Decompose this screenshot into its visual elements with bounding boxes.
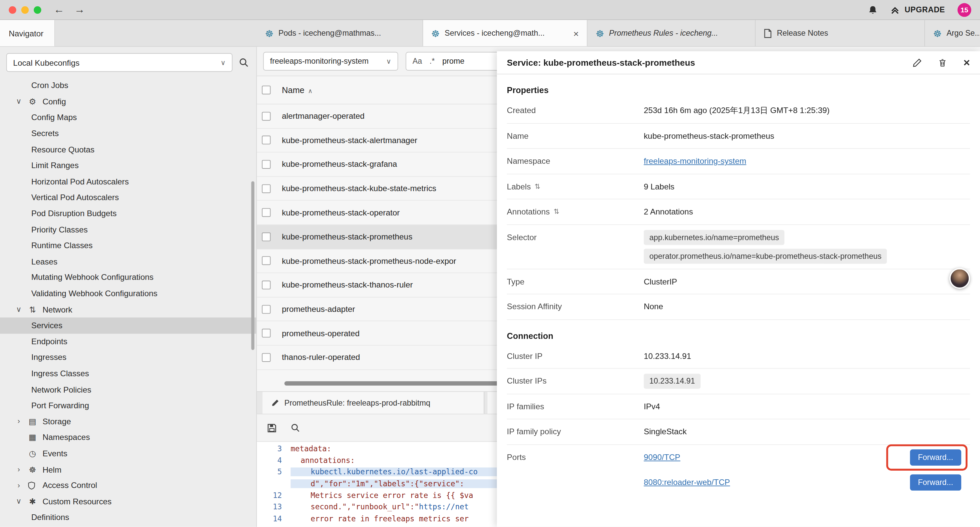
detail-row-cluster-ips: Cluster IPs 10.233.14.91	[507, 369, 970, 394]
chevron-down-icon: ∨	[15, 497, 22, 506]
navigator-sidebar: Local Kubeconfigs ∨ Cron Jobs ∨ ⚙ Config…	[0, 47, 257, 527]
sidebar-item-secrets[interactable]: Secrets	[0, 126, 256, 142]
tab-argo[interactable]: ☸ Argo Se...	[925, 20, 980, 46]
namespace-filter-select[interactable]: freeleaps-monitoring-system ∨	[263, 52, 398, 71]
row-checkbox[interactable]	[262, 208, 270, 217]
window-controls	[9, 6, 41, 13]
sidebar-item-events[interactable]: ◷ Events	[0, 445, 256, 461]
sidebar-item-cron-jobs[interactable]: Cron Jobs	[0, 77, 256, 93]
minimize-window-button[interactable]	[21, 6, 29, 13]
detail-row-created: Created 253d 16h 6m ago (2025年1月13日 GMT+…	[507, 98, 970, 123]
match-case-toggle[interactable]: Aa	[413, 57, 422, 66]
clock-icon: ◷	[27, 449, 37, 457]
sidebar-item-namespaces[interactable]: ▦ Namespaces	[0, 429, 256, 445]
forward-button[interactable]: →	[75, 4, 85, 15]
save-icon[interactable]	[267, 423, 277, 433]
sidebar-item-mutating-webhook-configurations[interactable]: Mutating Webhook Configurations	[0, 269, 256, 285]
namespace-link[interactable]: freeleaps-monitoring-system	[644, 156, 746, 166]
sidebar-group-access-control[interactable]: › Access Control	[0, 477, 256, 493]
port-link[interactable]: 9090/TCP	[644, 453, 681, 462]
sidebar-item-runtime-classes[interactable]: Runtime Classes	[0, 237, 256, 253]
maximize-window-button[interactable]	[34, 6, 41, 13]
sidebar-item-resource-quotas[interactable]: Resource Quotas	[0, 142, 256, 158]
chevron-right-icon: ›	[15, 417, 22, 426]
sidebar-item-endpoints[interactable]: Endpoints	[0, 334, 256, 350]
row-checkbox[interactable]	[262, 353, 270, 361]
sidebar-scrollbar[interactable]	[251, 181, 254, 350]
sidebar-item-vertical-pod-autoscalers[interactable]: Vertical Pod Autoscalers	[0, 189, 256, 205]
tab-release-notes[interactable]: Release Notes	[756, 20, 925, 46]
sidebar-item-port-forwarding[interactable]: Port Forwarding	[0, 397, 256, 413]
sidebar-item-ingress-classes[interactable]: Ingress Classes	[0, 366, 256, 382]
row-checkbox[interactable]	[262, 305, 270, 314]
forward-button[interactable]: Forward...	[910, 474, 961, 490]
expand-icon[interactable]: ⇅	[535, 182, 540, 191]
detail-row-annotations: Annotations ⇅ 2 Annotations	[507, 199, 970, 225]
column-header-name[interactable]: Name ∧	[282, 85, 313, 95]
forward-button[interactable]: Forward...	[910, 449, 961, 465]
sidebar-item-definitions[interactable]: Definitions	[0, 509, 256, 525]
sidebar-item-ingresses[interactable]: Ingresses	[0, 350, 256, 366]
row-checkbox[interactable]	[262, 280, 270, 289]
row-checkbox[interactable]	[262, 329, 270, 338]
sidebar-item-pod-disruption-budgets[interactable]: Pod Disruption Budgets	[0, 205, 256, 221]
upgrade-button[interactable]: UPGRADE	[890, 5, 945, 15]
sidebar-group-network[interactable]: ∨ ⇅ Network	[0, 301, 256, 318]
detail-row-ip-families: IP families IPv4	[507, 394, 970, 419]
navigator-label: Navigator	[9, 29, 43, 38]
app-window: ← → UPGRADE 15 Navigator ☸ Pods - iceche…	[0, 0, 980, 527]
sidebar-group-custom-resources[interactable]: ∨ ✱ Custom Resources	[0, 493, 256, 509]
sidebar-group-storage[interactable]: › ▤ Storage	[0, 413, 256, 429]
sidebar-item-config-maps[interactable]: Config Maps	[0, 110, 256, 126]
close-window-button[interactable]	[9, 6, 16, 13]
row-checkbox[interactable]	[262, 160, 270, 169]
sidebar-item-horizontal-pod-autoscalers[interactable]: Horizontal Pod Autoscalers	[0, 174, 256, 189]
sidebar-item-validating-webhook-configurations[interactable]: Validating Webhook Configurations	[0, 285, 256, 301]
sidebar-item-limit-ranges[interactable]: Limit Ranges	[0, 158, 256, 174]
regex-toggle[interactable]: .*	[430, 57, 435, 66]
port-line-8080: 8080:reloader-web/TCP Forward...	[644, 470, 970, 495]
detail-row-session-affinity: Session Affinity None	[507, 295, 970, 320]
row-checkbox[interactable]	[262, 136, 270, 145]
sidebar-group-helm[interactable]: › ☸ Helm	[0, 461, 256, 477]
tab-pods[interactable]: ☸ Pods - icecheng@mathmas...	[257, 20, 423, 46]
selector-badge: operator.prometheus.io/name=kube-prometh…	[644, 248, 887, 263]
sidebar-item-services[interactable]: Services	[0, 318, 256, 334]
detail-row-labels: Labels ⇅ 9 Labels	[507, 174, 970, 199]
dock-tab-prometheusrule[interactable]: PrometheusRule: freeleaps-prod-rabbitmq	[262, 392, 484, 414]
navigator-panel-tab[interactable]: Navigator	[0, 20, 55, 46]
chevron-down-icon: ∨	[386, 57, 391, 65]
close-button[interactable]: ×	[963, 57, 970, 68]
sidebar-item-leases[interactable]: Leases	[0, 253, 256, 269]
detail-row-name: Name kube-prometheus-stack-prometheus	[507, 123, 970, 149]
search-icon[interactable]	[291, 423, 300, 433]
network-icon: ⇅	[27, 306, 37, 314]
row-checkbox[interactable]	[262, 232, 270, 241]
chevron-right-icon: ›	[15, 465, 22, 474]
sidebar-group-config[interactable]: ∨ ⚙ Config	[0, 93, 256, 110]
edit-button[interactable]	[913, 58, 922, 67]
row-checkbox[interactable]	[262, 256, 270, 265]
notification-count-badge[interactable]: 15	[958, 3, 971, 16]
tab-prometheus-rules[interactable]: ☸ Prometheus Rules - icecheng...	[587, 20, 756, 46]
kubernetes-icon: ☸	[265, 29, 273, 38]
row-checkbox[interactable]	[262, 112, 270, 120]
sidebar-item-network-policies[interactable]: Network Policies	[0, 381, 256, 397]
tab-services[interactable]: ☸ Services - icecheng@math... ×	[423, 20, 588, 46]
titlebar: ← → UPGRADE 15	[0, 0, 980, 20]
chevron-right-icon: ›	[15, 481, 22, 490]
sidebar-item-priority-classes[interactable]: Priority Classes	[0, 221, 256, 237]
bell-icon[interactable]	[868, 5, 878, 15]
tab-bar: Navigator ☸ Pods - icecheng@mathmas... ☸…	[0, 20, 980, 47]
kubeconfig-selector[interactable]: Local Kubeconfigs ∨	[6, 53, 232, 72]
back-button[interactable]: ←	[54, 4, 64, 15]
detail-row-ip-family-policy: IP family policy SingleStack	[507, 419, 970, 444]
close-tab-icon[interactable]: ×	[568, 28, 579, 38]
row-checkbox[interactable]	[262, 184, 270, 193]
select-all-checkbox[interactable]	[262, 86, 270, 94]
expand-icon[interactable]: ⇅	[554, 208, 559, 216]
delete-button[interactable]	[938, 58, 947, 67]
search-icon[interactable]	[239, 57, 249, 67]
floating-avatar[interactable]	[949, 268, 970, 289]
port-link[interactable]: 8080:reloader-web/TCP	[644, 478, 730, 487]
